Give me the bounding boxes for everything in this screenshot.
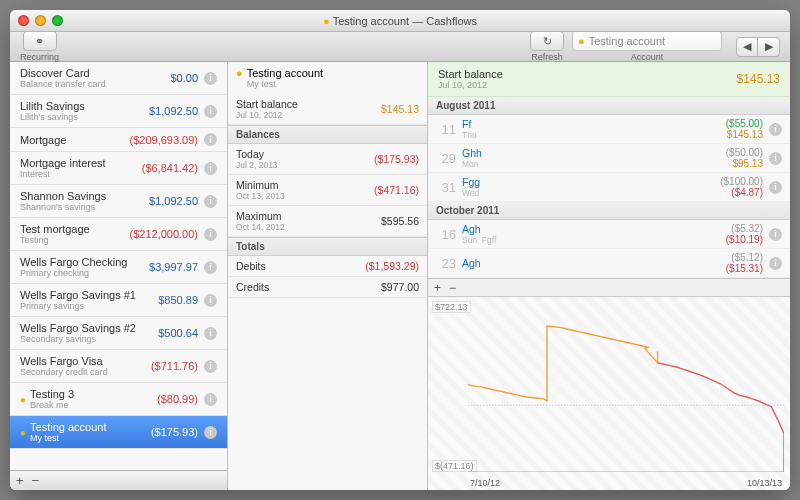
ledger-pane: Start balanceJul 10, 2012$145.13August 2… [428, 62, 790, 490]
info-icon[interactable]: i [204, 162, 217, 175]
chart-xmin-label: 7/10/12 [470, 478, 500, 488]
info-icon[interactable]: i [204, 393, 217, 406]
info-icon[interactable]: i [204, 327, 217, 340]
recurring-button[interactable]: ⚭ [23, 31, 57, 51]
transaction-row[interactable]: 31FggWed($100.00)($4.87)i [428, 173, 790, 202]
account-row[interactable]: Wells Fargo Savings #2Secondary savings$… [10, 317, 227, 350]
refresh-label: Refresh [531, 52, 563, 62]
summary-today: TodayJul 2, 2013 ($175.93) [228, 144, 427, 175]
account-row[interactable]: Shannon SavingsShannon's savings$1,092.5… [10, 185, 227, 218]
summary-minimum: MinimumOct 13, 2013 ($471.16) [228, 175, 427, 206]
info-icon[interactable]: i [204, 360, 217, 373]
account-row[interactable]: Test mortgageTesting($212,000.00)i [10, 218, 227, 251]
summary-start: Start balanceJul 10, 2012 $145.13 [228, 94, 427, 125]
add-tx-button[interactable]: + [434, 281, 441, 295]
account-row[interactable]: Lilith SavingsLilith's savings$1,092.50i [10, 95, 227, 128]
transaction-row[interactable]: 11FfThu($55.00)$145.13i [428, 115, 790, 144]
info-icon[interactable]: i [769, 228, 782, 241]
info-icon[interactable]: i [204, 426, 217, 439]
transaction-row[interactable]: 23Agh($5.12)($15.31)i [428, 249, 790, 278]
transaction-row[interactable]: 16AghSun Fgff($5.32)($10.19)i [428, 220, 790, 249]
summary-credits: Credits $977.00 [228, 277, 427, 298]
account-row[interactable]: Wells Fargo Savings #1Primary savings$85… [10, 284, 227, 317]
ledger-start-balance: Start balanceJul 10, 2012$145.13 [428, 62, 790, 97]
chart-ymax-label: $722.13 [432, 301, 471, 313]
ledger-footer: + − [428, 278, 790, 296]
remove-tx-button[interactable]: − [449, 281, 456, 295]
account-row[interactable]: ●Testing accountMy test($175.93)i [10, 416, 227, 449]
content: Discover CardBalance transfer card$0.00i… [10, 62, 790, 490]
info-icon[interactable]: i [204, 195, 217, 208]
app-window: ●Testing account — Cashflows ⚭ Recurring… [10, 10, 790, 490]
info-icon[interactable]: i [769, 181, 782, 194]
month-header: August 2011 [428, 97, 790, 115]
accounts-sidebar: Discover CardBalance transfer card$0.00i… [10, 62, 228, 490]
info-icon[interactable]: i [204, 228, 217, 241]
refresh-button[interactable]: ↻ [530, 31, 564, 51]
window-title: ●Testing account — Cashflows [10, 15, 790, 27]
account-row[interactable]: Wells Fargo CheckingPrimary checking$3,9… [10, 251, 227, 284]
info-icon[interactable]: i [769, 152, 782, 165]
nav-forward-button[interactable]: ▶ [758, 37, 780, 57]
account-row[interactable]: Mortgage($209,693.09)i [10, 128, 227, 152]
nav-back-button[interactable]: ◀ [736, 37, 758, 57]
account-row[interactable]: Discover CardBalance transfer card$0.00i [10, 62, 227, 95]
account-row[interactable]: ●Testing 3Break me($80.99)i [10, 383, 227, 416]
account-row[interactable]: Wells Fargo VisaSecondary credit card($7… [10, 350, 227, 383]
info-icon[interactable]: i [204, 105, 217, 118]
nav-buttons: ◀ ▶ [736, 37, 780, 57]
info-icon[interactable]: i [769, 123, 782, 136]
titlebar[interactable]: ●Testing account — Cashflows [10, 10, 790, 32]
info-icon[interactable]: i [769, 257, 782, 270]
remove-account-button[interactable]: − [32, 473, 40, 488]
balances-header: Balances [228, 125, 427, 144]
info-icon[interactable]: i [204, 294, 217, 307]
summary-pane: ● Testing account My test Start balanceJ… [228, 62, 428, 490]
account-field-label: Account [631, 52, 664, 62]
chart-xmax-label: 10/13/13 [747, 478, 782, 488]
account-row[interactable]: Mortgage interestInterest($6,841.42)i [10, 152, 227, 185]
summary-title: ● Testing account My test [228, 62, 427, 94]
sidebar-footer: + − [10, 470, 227, 490]
transaction-row[interactable]: 29GhhMon($50.00)$95.13i [428, 144, 790, 173]
info-icon[interactable]: i [204, 133, 217, 146]
month-header: October 2011 [428, 202, 790, 220]
summary-maximum: MaximumOct 14, 2012 $595.56 [228, 206, 427, 237]
info-icon[interactable]: i [204, 261, 217, 274]
totals-header: Totals [228, 237, 427, 256]
toolbar: ⚭ Recurring ↻ Refresh ●Testing account A… [10, 32, 790, 62]
balance-chart[interactable]: $722.13 $(471.16) 7/10/12 10/13/13 [428, 296, 790, 490]
summary-debits: Debits ($1,593.29) [228, 256, 427, 277]
account-field[interactable]: ●Testing account [572, 31, 722, 51]
info-icon[interactable]: i [204, 72, 217, 85]
add-account-button[interactable]: + [16, 473, 24, 488]
recurring-label: Recurring [20, 52, 59, 62]
